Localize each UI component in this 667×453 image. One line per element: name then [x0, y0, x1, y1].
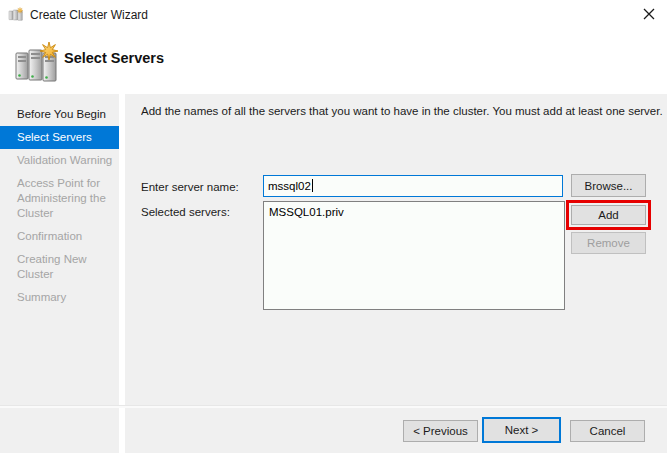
- add-button[interactable]: Add: [571, 205, 646, 225]
- step-summary: Summary: [0, 286, 119, 309]
- next-button[interactable]: Next >: [482, 417, 561, 443]
- text-caret: [312, 179, 313, 192]
- remove-button[interactable]: Remove: [571, 232, 646, 254]
- step-before-you-begin: Before You Begin: [0, 103, 119, 126]
- footer-divider-highlight: [0, 406, 667, 408]
- wizard-body: Before You Begin Select Servers Validati…: [0, 94, 667, 453]
- select-servers-icon: [13, 41, 61, 83]
- cancel-button[interactable]: Cancel: [570, 420, 645, 442]
- server-name-input[interactable]: mssql02: [263, 175, 563, 197]
- instruction-text: Add the names of all the servers that yo…: [141, 105, 663, 117]
- page-title: Select Servers: [64, 50, 164, 66]
- server-name-label: Enter server name:: [141, 181, 239, 193]
- browse-button[interactable]: Browse...: [571, 174, 646, 197]
- selected-servers-list[interactable]: MSSQL01.priv: [263, 201, 565, 310]
- step-confirmation: Confirmation: [0, 225, 119, 248]
- step-access-point: Access Point for Administering the Clust…: [0, 172, 119, 225]
- server-name-value: mssql02: [268, 180, 311, 192]
- previous-button[interactable]: < Previous: [403, 420, 478, 442]
- wizard-steps-nav: Before You Begin Select Servers Validati…: [0, 94, 119, 453]
- close-icon[interactable]: [636, 2, 662, 26]
- add-button-highlight: Add: [566, 200, 651, 230]
- step-creating-new-cluster: Creating New Cluster: [0, 248, 119, 286]
- step-validation-warning: Validation Warning: [0, 149, 119, 172]
- step-select-servers: Select Servers: [0, 126, 119, 149]
- selected-servers-label: Selected servers:: [141, 206, 230, 218]
- list-item[interactable]: MSSQL01.priv: [264, 202, 564, 222]
- wizard-header: Select Servers: [0, 28, 667, 93]
- create-cluster-wizard-window: Create Cluster Wizard: [0, 0, 667, 453]
- title-bar: Create Cluster Wizard: [0, 0, 667, 28]
- window-title: Create Cluster Wizard: [30, 8, 148, 22]
- select-servers-panel: Add the names of all the servers that yo…: [125, 94, 667, 453]
- cluster-app-icon: [8, 6, 24, 22]
